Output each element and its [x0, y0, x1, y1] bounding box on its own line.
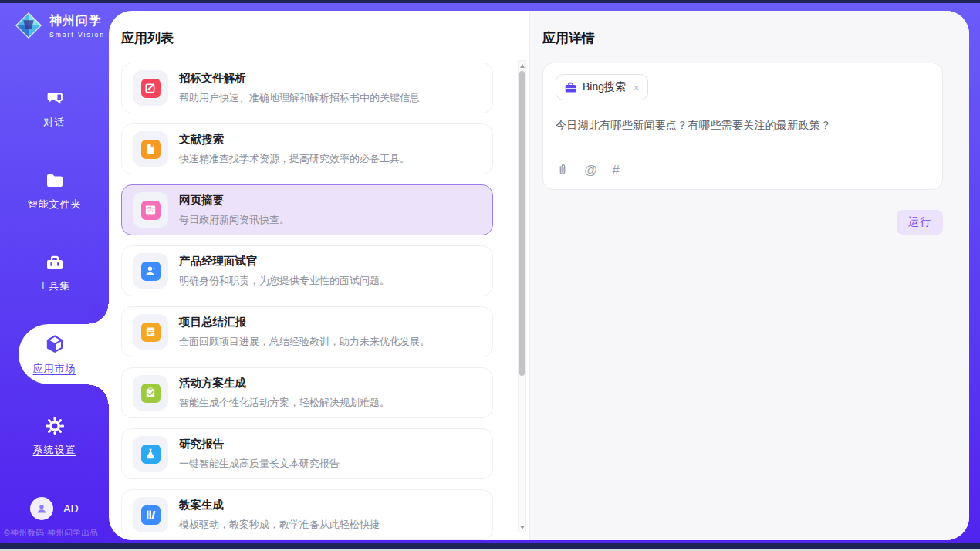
doc-edit-icon: [141, 79, 161, 98]
app-card-literature-search[interactable]: 文献搜索 快速精准查找学术资源，提高研究效率的必备工具。: [121, 123, 493, 174]
brand-name: 神州问学: [49, 13, 105, 29]
summary-note-icon: [141, 323, 161, 342]
books-icon: [141, 505, 161, 525]
sidebar-item-label: 应用市场: [33, 362, 76, 376]
brand-diamond-icon: [14, 11, 43, 40]
query-text[interactable]: 今日湖北有哪些新闻要点？有哪些需要关注的最新政策？: [556, 119, 930, 133]
app-description: 智能生成个性化活动方案，轻松解决规划难题。: [179, 396, 390, 410]
gear-icon: [44, 415, 66, 437]
folder-icon: [44, 170, 66, 191]
tool-tag-label: Bing搜索: [583, 80, 626, 94]
app-window: 神州问学 Smart Vision 对话 智能文件夹 工具集: [0, 0, 980, 551]
app-name: 招标文件解析: [179, 71, 420, 86]
attachment-icon[interactable]: [556, 163, 569, 177]
user-account[interactable]: AD: [0, 497, 109, 520]
run-row: 运行: [542, 210, 943, 235]
app-name: 研究报告: [179, 437, 340, 451]
app-description: 模板驱动，教案秒成，教学准备从此轻松快捷: [179, 518, 380, 532]
hash-icon[interactable]: #: [612, 164, 619, 177]
brand-subtitle: Smart Vision: [49, 31, 105, 39]
user-icon: [35, 502, 49, 516]
app-description: 帮助用户快速、准确地理解和解析招标书中的关键信息: [179, 91, 420, 105]
app-name: 网页摘要: [179, 193, 289, 208]
tool-tag-bing-search[interactable]: Bing搜索 ×: [556, 74, 648, 100]
app-name: 文献搜索: [179, 132, 410, 147]
app-name: 产品经理面试官: [179, 254, 390, 269]
sidebar-nav: 对话 智能文件夹 工具集 应用市场: [0, 68, 109, 477]
sidebar-item-label: 对话: [44, 116, 66, 130]
app-description: 一键智能生成高质量长文本研究报告: [179, 457, 340, 471]
research-flask-icon: [141, 445, 161, 464]
copyright-text: ©神州数码·神州问学出品: [4, 528, 120, 539]
app-card-web-summary[interactable]: </> 网页摘要 每日政府新闻资讯快查。: [121, 184, 493, 235]
run-button[interactable]: 运行: [897, 210, 943, 235]
app-description: 全面回顾项目进展，总结经验教训，助力未来优化发展。: [179, 335, 430, 349]
sidebar-item-toolset[interactable]: 工具集: [0, 232, 109, 313]
app-card-lesson-plan[interactable]: 教案生成 模板驱动，教案秒成，教学准备从此轻松快捷: [121, 489, 493, 540]
book-icon: [141, 140, 161, 159]
sidebar-item-label: 智能文件夹: [28, 198, 82, 211]
list-scrollbar[interactable]: [518, 60, 526, 532]
app-card-bid-parse[interactable]: 招标文件解析 帮助用户快速、准确地理解和解析招标书中的关键信息: [121, 63, 493, 113]
svg-text:</>: </>: [147, 208, 154, 213]
sidebar-item-label: 工具集: [39, 279, 71, 293]
sidebar-item-smart-folders[interactable]: 智能文件夹: [0, 150, 109, 232]
scroll-up-arrow-icon[interactable]: [519, 61, 525, 70]
app-name: 活动方案生成: [179, 376, 390, 390]
app-description: 每日政府新闻资讯快查。: [179, 213, 289, 227]
mention-icon[interactable]: @: [584, 164, 597, 177]
toolbox-icon: [44, 252, 66, 273]
user-initials: AD: [63, 502, 78, 515]
cube-icon: [43, 333, 66, 356]
brand-logo: 神州问学 Smart Vision: [14, 11, 105, 40]
app-name: 教案生成: [179, 498, 380, 512]
sidebar-item-settings[interactable]: 系统设置: [0, 395, 109, 477]
scroll-down-arrow-icon[interactable]: [519, 522, 525, 532]
app-card-pm-interviewer[interactable]: 产品经理面试官 明确身份和职责，为您提供专业性的面试问题。: [121, 245, 493, 296]
sidebar-item-app-market[interactable]: 应用市场: [0, 313, 109, 395]
app-detail-column: 应用详情 Bing搜索 × 今日湖北有哪些新闻要点？有哪些需要关注的最新政策？: [529, 11, 969, 540]
sidebar-item-chat[interactable]: 对话: [0, 68, 109, 150]
app-card-project-summary[interactable]: 项目总结汇报 全面回顾项目进展，总结经验教训，助力未来优化发展。: [121, 306, 493, 357]
app-detail-title: 应用详情: [542, 29, 943, 47]
app-name: 项目总结汇报: [179, 315, 430, 330]
tag-close-icon[interactable]: ×: [634, 82, 640, 93]
scrollbar-thumb[interactable]: [519, 71, 525, 376]
composer-toolbar: @ #: [556, 163, 620, 177]
app-list: 招标文件解析 帮助用户快速、准确地理解和解析招标书中的关键信息 文献搜索 快速精…: [121, 63, 493, 540]
sidebar-item-label: 系统设置: [33, 443, 76, 457]
clipboard-check-icon: [141, 384, 161, 403]
query-composer-card[interactable]: Bing搜索 × 今日湖北有哪些新闻要点？有哪些需要关注的最新政策？ @ #: [542, 63, 943, 190]
briefcase-icon: [564, 81, 577, 94]
content-panel: 应用列表 招标文件解析 帮助用户快速、准确地理解和解析招标书中的关键信息: [109, 11, 969, 540]
webpage-code-icon: </>: [141, 201, 161, 220]
app-list-title: 应用列表: [121, 29, 529, 47]
avatar: [30, 497, 53, 520]
app-description: 明确身份和职责，为您提供专业性的面试问题。: [179, 274, 390, 288]
interviewer-icon: [141, 262, 161, 281]
app-list-column: 应用列表 招标文件解析 帮助用户快速、准确地理解和解析招标书中的关键信息: [109, 11, 529, 540]
app-card-event-plan[interactable]: 活动方案生成 智能生成个性化活动方案，轻松解决规划难题。: [121, 367, 493, 418]
chat-icon: [44, 88, 66, 110]
app-card-research-report[interactable]: 研究报告 一键智能生成高质量长文本研究报告: [121, 428, 493, 479]
app-description: 快速精准查找学术资源，提高研究效率的必备工具。: [179, 152, 410, 166]
